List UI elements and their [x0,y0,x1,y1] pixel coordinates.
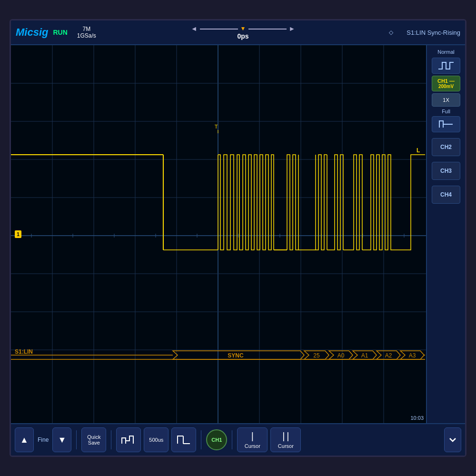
separator-2 [111,430,111,449]
cursor2-btn[interactable]: | | Cursor [270,427,301,452]
separator-4 [232,430,232,449]
svg-rect-0 [11,45,426,423]
main-area: L T SYNC 25 [11,45,465,423]
ch3-btn[interactable]: CH3 [432,162,460,180]
ch1-selector-btn[interactable]: CH1 [206,429,227,450]
probe-setting-btn[interactable]: 1X [432,93,460,107]
ch1-label: CH1 — [433,78,459,84]
fine-label: Fine [38,436,49,443]
oscilloscope-frame: Micsig RUN 7M 1GSa/s ◄ ▼ ► 0ps ◇ S1:LIN … [10,19,466,457]
bottom-toolbar: ▲ Fine ▼ Quick Save 500us [11,423,465,456]
bandwidth-label: Full [442,109,450,114]
time-offset: 0ps [238,32,249,40]
svg-text:A2: A2 [385,352,392,359]
svg-text:A0: A0 [337,352,345,359]
memory-sample-info: 7M 1GSa/s [77,26,96,39]
brand-logo: Micsig [16,26,48,39]
cursor2-label: Cursor [278,443,294,449]
run-mode-btn[interactable] [116,427,141,452]
separator-3 [201,430,201,449]
svg-text:L: L [416,147,420,154]
quick-save-line2: Save [88,440,100,446]
timebase-arrow: ◄ ▼ ► [191,25,296,32]
svg-text:A1: A1 [361,352,368,359]
right-panel: Normal CH1 — 200mV 1X Full [427,45,465,423]
cursor1-icon: | [251,431,254,442]
timebase-section: ◄ ▼ ► 0ps [110,25,376,40]
ch1-settings-btn[interactable]: CH1 — 200mV [432,76,460,91]
diamond-icon: ◇ [389,29,393,36]
trigger-waveform-btn[interactable] [432,58,460,74]
trigger-type-btn[interactable] [432,116,460,132]
run-status: RUN [53,29,67,36]
time-display: 10:03 [410,415,424,421]
memory-depth: 7M [82,26,90,32]
svg-text:A3: A3 [409,352,416,359]
sample-rate: 1GSa/s [77,32,96,39]
ch1-level-indicator: 1 [15,230,21,238]
svg-text:T: T [215,124,218,129]
svg-text:SYNC: SYNC [228,352,244,359]
cursor1-label: Cursor [245,443,260,449]
svg-text:25: 25 [313,352,320,359]
more-btn[interactable] [444,427,461,452]
down-arrow-btn[interactable]: ▼ [52,427,71,452]
trigger-mode-label: Normal [437,49,454,55]
scope-grid: L T SYNC 25 [11,45,426,423]
quick-save-btn[interactable]: Quick Save [81,427,106,452]
trigger-info: S1:LIN Sync-Rising [407,29,460,36]
lin-protocol-label: S1:LIN [15,348,33,355]
trigger-edge-btn[interactable] [171,427,196,452]
separator-1 [76,430,77,449]
ch4-btn[interactable]: CH4 [432,186,460,204]
up-arrow-btn[interactable]: ▲ [15,427,34,452]
scope-display: L T SYNC 25 [11,45,427,423]
ch1-voltage: 200mV [433,84,459,89]
cursor1-btn[interactable]: | Cursor [237,427,268,452]
quick-save-line1: Quick [87,434,100,440]
ch2-btn[interactable]: CH2 [432,138,460,156]
header-bar: Micsig RUN 7M 1GSa/s ◄ ▼ ► 0ps ◇ S1:LIN … [11,20,465,45]
cursor2-icon: | | [282,431,289,442]
timebase-btn[interactable]: 500us [144,427,169,452]
